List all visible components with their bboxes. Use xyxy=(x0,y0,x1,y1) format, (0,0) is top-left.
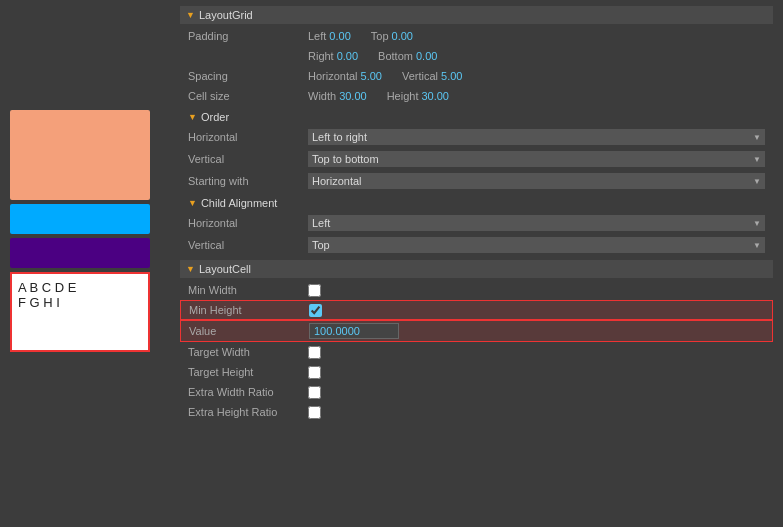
padding-left-label: Left xyxy=(308,30,326,42)
cell-wh: Width 30.00 Height 30.00 xyxy=(308,90,449,102)
min-width-row: Min Width xyxy=(180,280,773,300)
extra-height-ratio-label: Extra Height Ratio xyxy=(188,406,308,418)
child-align-h-select[interactable]: Left Center Right xyxy=(308,215,765,231)
order-horizontal-select[interactable]: Left to right Right to left xyxy=(308,129,765,145)
order-horizontal-dropdown-wrapper[interactable]: Left to right Right to left xyxy=(308,129,765,145)
spacing-h-value: 5.00 xyxy=(361,70,382,82)
child-align-h-dropdown-wrapper[interactable]: Left Center Right xyxy=(308,215,765,231)
starting-with-label: Starting with xyxy=(188,175,308,187)
starting-with-row: Starting with Horizontal Vertical xyxy=(180,170,773,192)
layout-grid-section-header[interactable]: ▼ LayoutGrid xyxy=(180,6,773,24)
target-height-row: Target Height xyxy=(180,362,773,382)
child-align-h-label: Horizontal xyxy=(188,217,308,229)
padding-top-left: Left 0.00 Top 0.00 xyxy=(308,30,413,42)
padding-right-item: Right 0.00 xyxy=(308,50,358,62)
swatch-blue xyxy=(10,204,150,234)
padding-right-label: Right xyxy=(308,50,334,62)
target-width-label: Target Width xyxy=(188,346,308,358)
order-title: Order xyxy=(201,111,229,123)
child-align-v-select[interactable]: Top Center Bottom xyxy=(308,237,765,253)
extra-width-ratio-row: Extra Width Ratio xyxy=(180,382,773,402)
layout-grid-arrow: ▼ xyxy=(186,10,195,20)
value-input[interactable] xyxy=(309,323,399,339)
padding-top-value: 0.00 xyxy=(392,30,413,42)
target-width-row: Target Width xyxy=(180,342,773,362)
cell-width-value: 30.00 xyxy=(339,90,367,102)
spacing-h-item: Horizontal 5.00 xyxy=(308,70,382,82)
spacing-label: Spacing xyxy=(188,70,308,82)
order-vertical-dropdown-wrapper[interactable]: Top to bottom Bottom to top xyxy=(308,151,765,167)
child-align-h-row: Horizontal Left Center Right xyxy=(180,212,773,234)
padding-bottom-item: Bottom 0.00 xyxy=(378,50,437,62)
starting-with-select[interactable]: Horizontal Vertical xyxy=(308,173,765,189)
padding-left-value: 0.00 xyxy=(329,30,350,42)
padding-bottom-right: Right 0.00 Bottom 0.00 xyxy=(308,50,437,62)
cell-width-label: Width xyxy=(308,90,336,102)
min-height-label: Min Height xyxy=(189,304,309,316)
spacing-v-item: Vertical 5.00 xyxy=(402,70,463,82)
value-row: Value xyxy=(180,320,773,342)
starting-with-dropdown-wrapper[interactable]: Horizontal Vertical xyxy=(308,173,765,189)
layout-grid-title: LayoutGrid xyxy=(199,9,253,21)
order-horizontal-row: Horizontal Left to right Right to left xyxy=(180,126,773,148)
extra-width-ratio-label: Extra Width Ratio xyxy=(188,386,308,398)
child-align-v-row: Vertical Top Center Bottom xyxy=(180,234,773,256)
spacing-row: Spacing Horizontal 5.00 Vertical 5.00 xyxy=(180,66,773,86)
order-vertical-select[interactable]: Top to bottom Bottom to top xyxy=(308,151,765,167)
padding-values: Left 0.00 Top 0.00 xyxy=(308,30,765,42)
extra-height-ratio-row: Extra Height Ratio xyxy=(180,402,773,422)
child-align-v-dropdown-wrapper[interactable]: Top Center Bottom xyxy=(308,237,765,253)
min-width-label: Min Width xyxy=(188,284,308,296)
padding-top-label: Top xyxy=(371,30,389,42)
cell-height-value: 30.00 xyxy=(421,90,449,102)
cell-size-label: Cell size xyxy=(188,90,308,102)
spacing-h-label: Horizontal xyxy=(308,70,358,82)
order-vertical-row: Vertical Top to bottom Bottom to top xyxy=(180,148,773,170)
cell-size-row: Cell size Width 30.00 Height 30.00 xyxy=(180,86,773,106)
left-panel: A B C D E F G H I xyxy=(0,0,170,527)
min-height-row: Min Height xyxy=(180,300,773,320)
spacing-values: Horizontal 5.00 Vertical 5.00 xyxy=(308,70,765,82)
child-alignment-header[interactable]: ▼ Child Alignment xyxy=(180,194,773,212)
value-label: Value xyxy=(189,325,309,337)
cell-height-label: Height xyxy=(387,90,419,102)
spacing-hv: Horizontal 5.00 Vertical 5.00 xyxy=(308,70,462,82)
layout-cell-section-header[interactable]: ▼ LayoutCell xyxy=(180,260,773,278)
extra-width-ratio-checkbox[interactable] xyxy=(308,386,321,399)
target-width-checkbox[interactable] xyxy=(308,346,321,359)
order-header[interactable]: ▼ Order xyxy=(180,108,773,126)
padding-bottom-right-row: Right 0.00 Bottom 0.00 xyxy=(180,46,773,66)
swatch-salmon xyxy=(10,110,150,200)
padding-right-value: 0.00 xyxy=(337,50,358,62)
padding-top-item: Top 0.00 xyxy=(371,30,413,42)
child-align-v-label: Vertical xyxy=(188,239,308,251)
order-horizontal-label: Horizontal xyxy=(188,131,308,143)
text-line-1: A B C D E xyxy=(18,280,142,295)
padding-bottom-value: 0.00 xyxy=(416,50,437,62)
cell-height-item: Height 30.00 xyxy=(387,90,449,102)
padding-br-values: Right 0.00 Bottom 0.00 xyxy=(308,50,765,62)
target-height-checkbox[interactable] xyxy=(308,366,321,379)
cell-size-values: Width 30.00 Height 30.00 xyxy=(308,90,765,102)
layout-cell-arrow: ▼ xyxy=(186,264,195,274)
padding-bottom-label: Bottom xyxy=(378,50,413,62)
right-panel: ▼ LayoutGrid Padding Left 0.00 Top 0.00 xyxy=(170,0,783,527)
cell-width-item: Width 30.00 xyxy=(308,90,367,102)
child-alignment-arrow: ▼ xyxy=(188,198,197,208)
padding-row: Padding Left 0.00 Top 0.00 xyxy=(180,26,773,46)
text-preview-box: A B C D E F G H I xyxy=(10,272,150,352)
layout-cell-title: LayoutCell xyxy=(199,263,251,275)
extra-height-ratio-checkbox[interactable] xyxy=(308,406,321,419)
text-line-2: F G H I xyxy=(18,295,142,310)
child-alignment-title: Child Alignment xyxy=(201,197,277,209)
min-width-checkbox[interactable] xyxy=(308,284,321,297)
padding-left-item: Left 0.00 xyxy=(308,30,351,42)
swatch-purple xyxy=(10,238,150,268)
order-arrow: ▼ xyxy=(188,112,197,122)
min-height-checkbox[interactable] xyxy=(309,304,322,317)
padding-label: Padding xyxy=(188,30,308,42)
order-vertical-label: Vertical xyxy=(188,153,308,165)
target-height-label: Target Height xyxy=(188,366,308,378)
spacing-v-label: Vertical xyxy=(402,70,438,82)
spacing-v-value: 5.00 xyxy=(441,70,462,82)
